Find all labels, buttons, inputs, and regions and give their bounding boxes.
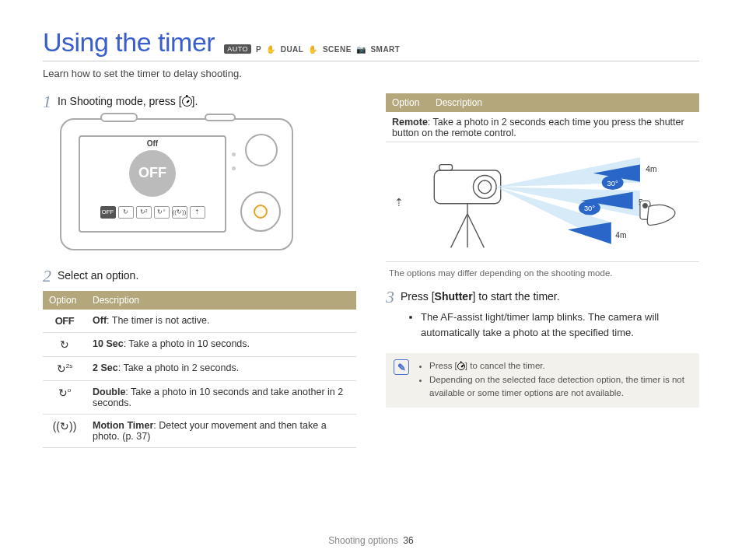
mode-smart-icon: 📷 — [356, 45, 366, 54]
remote-row-icon: ⇡ — [392, 196, 406, 208]
th-desc: Description — [86, 291, 356, 310]
label-remote: Remote — [392, 117, 428, 128]
mode-dual: DUAL — [281, 45, 304, 54]
timer-icon — [182, 96, 192, 107]
row-10sec: ↻ 10 Sec: Take a photo in 10 seconds. — [43, 333, 356, 357]
camera-back-illustration: Off OFF OFF ↻ ↻² ↻° ((↻)) ⇡ — [60, 118, 293, 250]
cam-screen-off-circle: Off OFF — [129, 150, 176, 197]
step-2-number: 2 — [43, 268, 51, 285]
label-10sec: 10 Sec — [93, 338, 124, 349]
cam-shutter — [100, 113, 138, 122]
mode-smart: SMART — [370, 45, 400, 54]
cam-mode-dial — [245, 134, 278, 166]
timer-options-table: Option Description OFF Off: The timer is… — [43, 291, 356, 448]
step-1-number: 1 — [43, 93, 51, 110]
label-off: Off — [93, 315, 107, 326]
left-column: 1 In Shooting mode, press []. Off OFF OF… — [43, 93, 356, 448]
icon-motion: ((↻)) — [53, 420, 77, 432]
timer-icon-small — [457, 362, 465, 370]
mode-scene: SCENE — [323, 45, 352, 54]
cam-screen-off-big: OFF — [138, 165, 166, 181]
cam-icon-2: ↻² — [136, 206, 152, 219]
desc-off: : The timer is not active. — [107, 315, 209, 326]
cam-led-2 — [232, 166, 236, 170]
th-desc-r: Description — [429, 93, 699, 112]
label-motion: Motion Timer — [93, 420, 153, 431]
cam-icon-4: ((↻)) — [172, 206, 187, 219]
row-2sec: ↻2s 2 Sec: Take a photo in 2 seconds. — [43, 357, 356, 381]
label-double: Double — [93, 387, 125, 397]
icon-2sec: ↻2s — [57, 362, 72, 375]
remote-option-table: Option Description — [386, 93, 699, 112]
options-differ-note: The options may differ depending on the … — [386, 268, 699, 278]
cam-top-btn — [205, 114, 236, 121]
icon-off: OFF — [55, 315, 75, 327]
icon-10sec: ↻ — [60, 338, 69, 351]
dist-4m-top: 4m — [646, 165, 656, 173]
mode-icons: AUTO P ✋ DUAL ✋ SCENE 📷 SMART — [224, 44, 400, 54]
label-2sec: 2 Sec — [93, 362, 118, 373]
step1-a: In Shooting mode, press [ — [58, 95, 182, 107]
cam-led-1 — [232, 152, 236, 156]
note1-b: ] to cancel the timer. — [465, 361, 545, 370]
desc-remote: : Take a photo in 2 seconds each time yo… — [392, 117, 684, 138]
mode-dual-icon: ✋ — [266, 45, 276, 54]
desc-double: : Take a photo in 10 seconds and take an… — [93, 387, 343, 408]
svg-rect-3 — [439, 165, 453, 170]
step-2-text: Select an option. — [58, 268, 138, 284]
cam-icon-3: ↻° — [154, 206, 170, 219]
step-1: 1 In Shooting mode, press []. — [43, 93, 356, 110]
cam-dpad — [240, 191, 281, 232]
svg-line-6 — [467, 214, 484, 248]
row-motion: ((↻)) Motion Timer: Detect your movement… — [43, 415, 356, 448]
footer: Shooting options 36 — [0, 535, 742, 546]
note1-a: Press [ — [429, 361, 457, 370]
dist-4m-bottom: 4m — [615, 231, 626, 240]
cam-icon-row: OFF ↻ ↻² ↻° ((↻)) ⇡ — [100, 206, 205, 219]
step1-b: ]. — [192, 95, 198, 107]
remote-description-row: Remote: Take a photo in 2 seconds each t… — [386, 112, 699, 142]
svg-line-5 — [451, 214, 467, 248]
angle-30-a: 30° — [607, 180, 618, 187]
mode-scene-icon: ✋ — [308, 45, 318, 54]
step3-a: Press [ — [401, 290, 435, 303]
step-3-text: Press [Shutter] to start the timer. The … — [401, 289, 699, 341]
subtitle: Learn how to set the timer to delay shoo… — [43, 68, 699, 79]
cam-icon-0: OFF — [100, 206, 116, 219]
footer-page: 36 — [403, 535, 413, 546]
desc-2sec: : Take a photo in 2 seconds. — [118, 362, 239, 373]
page-title: Using the timer — [43, 27, 215, 58]
right-column: Option Description Remote: Take a photo … — [386, 93, 699, 448]
footer-section: Shooting options — [328, 535, 397, 546]
angle-30-b: 30° — [584, 205, 595, 212]
svg-point-17 — [643, 204, 648, 208]
note-2: Depending on the selected face detection… — [429, 373, 691, 401]
step3-b: ] to start the timer. — [473, 290, 560, 303]
title-row: Using the timer AUTO P ✋ DUAL ✋ SCENE 📷 … — [43, 27, 699, 61]
step-1-text: In Shooting mode, press []. — [58, 93, 198, 110]
step-3-number: 3 — [386, 289, 394, 306]
row-double: ↻o Double: Take a photo in 10 seconds an… — [43, 381, 356, 415]
svg-point-2 — [478, 180, 492, 194]
note-box: ✎ Press [] to cancel the timer. Dependin… — [386, 353, 699, 408]
row-off: OFF Off: The timer is not active. — [43, 310, 356, 333]
icon-double: ↻o — [58, 387, 71, 399]
cam-screen: Off OFF OFF ↻ ↻² ↻° ((↻)) ⇡ — [79, 135, 226, 233]
cam-icon-1: ↻ — [118, 206, 134, 219]
cam-screen-off-label: Off — [147, 139, 158, 148]
cam-dpad-ok — [254, 205, 268, 219]
th-option: Option — [43, 291, 86, 310]
th-option-r: Option — [386, 93, 429, 112]
remote-diagram: 30° 30° 4m 5m 4m — [414, 150, 693, 254]
remote-illustration: ⇡ — [386, 147, 699, 262]
step-3: 3 Press [Shutter] to start the timer. Th… — [386, 289, 699, 341]
mode-p: P — [256, 45, 261, 54]
cam-icon-5: ⇡ — [190, 206, 205, 219]
step-2: 2 Select an option. — [43, 268, 356, 285]
note-icon: ✎ — [394, 359, 409, 375]
desc-10sec: : Take a photo in 10 seconds. — [124, 338, 250, 349]
step3-bullet: The AF-assist light/timer lamp blinks. T… — [421, 310, 699, 341]
note-1: Press [] to cancel the timer. — [429, 359, 691, 373]
mode-auto: AUTO — [224, 44, 251, 54]
step3-shutter: Shutter — [435, 290, 473, 303]
